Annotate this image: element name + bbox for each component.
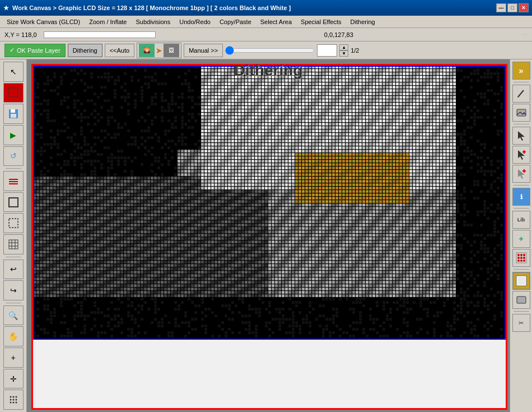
svg-point-37 [523,254,525,256]
right-image-tool[interactable] [512,104,530,122]
image2-icon [516,294,527,305]
save-icon [8,108,19,119]
redo-button[interactable]: ↪ [3,280,24,300]
menu-subdivisions[interactable]: Subdivisions [131,17,175,26]
svg-rect-7 [9,198,18,207]
cursor2-icon [516,149,527,160]
svg-point-22 [15,402,17,404]
refresh-button[interactable]: ↺ [3,146,24,166]
rt-separator6 [514,311,529,312]
status-drag: ⋯ [522,31,528,38]
svg-rect-5 [9,181,18,182]
menu-zoom-inflate[interactable]: Zoom / Inflate [85,17,131,26]
svg-rect-2 [11,109,15,113]
cursor-icon [516,130,527,141]
svg-point-39 [520,257,522,259]
svg-point-36 [520,254,522,256]
lib-add-button[interactable]: + [512,230,530,248]
hand-tool-button[interactable]: ✋ [3,326,24,346]
pencil-tool-button[interactable] [512,85,530,103]
svg-rect-13 [9,240,18,249]
active-canvas-button[interactable] [512,272,530,290]
canvas-bottom-area [33,340,506,408]
menu-size-work-canvas[interactable]: Size Work Canvas (GLCD) [2,17,85,26]
color-tool-button[interactable] [3,83,24,103]
cut-icon [8,175,19,187]
svg-line-23 [518,90,524,97]
image-from-icon: 🌄 [139,44,155,57]
title-bar: ★ Work Canvas > Graphic LCD Size = 128 x… [0,0,532,16]
info-button[interactable]: ℹ [512,188,530,206]
threshold-slider[interactable] [225,46,315,55]
menu-bar: Size Work Canvas (GLCD) Zoom / Inflate S… [0,16,532,28]
threshold-value[interactable]: 0 [317,44,337,57]
minimize-button[interactable]: — [496,3,506,12]
canvas-area[interactable]: Dithering [27,59,510,412]
rect-select-icon [8,197,19,208]
arrow2-tool-button[interactable] [512,146,530,164]
select-tool-button[interactable]: ↖ [3,62,24,82]
play-button[interactable]: ▶ [3,125,24,145]
arrow-right-icon: ➤ [156,46,162,55]
menu-undo-redo[interactable]: Undo/Redo [175,17,215,26]
arrow-tool-button[interactable] [512,127,530,145]
undo-button[interactable]: ↩ [3,260,24,280]
maximize-button[interactable]: □ [507,3,517,12]
left-toolbar: ↖ ▶ ↺ ↩ ↪ � [0,59,27,412]
status-bar: X,Y = 118,0 0,0,127,83 ⋯ [0,28,532,41]
svg-point-18 [12,399,14,401]
rt-separator3 [514,185,529,186]
menu-special-effects[interactable]: Special Effects [296,17,346,26]
zoom-button[interactable]: 🔍 [3,305,24,326]
menu-select-area[interactable]: Select Area [256,17,296,26]
title-bar-controls: — □ ✕ [496,3,529,12]
cross-button[interactable]: ✛ [3,369,24,389]
scissors-button[interactable]: ✂ [512,314,530,332]
next-frames-button[interactable]: » [512,62,530,80]
svg-point-41 [517,260,520,262]
ok-paste-layer-button[interactable]: ✓ OK Paste Layer [4,44,66,57]
value-down-button[interactable]: ▼ [339,50,348,57]
close-button[interactable]: ✕ [519,3,529,12]
svg-rect-3 [11,114,16,118]
svg-rect-45 [517,277,525,285]
menu-dithering[interactable]: Dithering [346,17,380,26]
save-button[interactable] [3,104,24,124]
svg-point-15 [12,396,14,398]
separator1 [6,168,21,169]
cursor3-icon [516,168,527,179]
manual-button[interactable]: Manual >> [184,44,223,57]
svg-point-42 [520,260,522,262]
svg-rect-8 [9,219,18,228]
arrow3-tool-button[interactable] [512,165,530,183]
svg-rect-0 [9,88,18,97]
auto-button[interactable]: <<Auto [105,44,134,57]
title-bar-left: ★ Work Canvas > Graphic LCD Size = 128 x… [3,4,291,12]
ok-icon: ✓ [10,47,15,54]
svg-point-14 [10,396,11,398]
right-toolbar: » ℹ Lib + [510,59,532,412]
dot-grid-button[interactable] [3,390,24,410]
right-image2-button[interactable] [512,291,530,309]
pixel-canvas[interactable] [33,66,506,340]
grid-button[interactable] [3,234,24,254]
color-icon [8,87,19,98]
separator3 [6,303,21,303]
canvas-inner [33,66,506,340]
pencil-icon [516,88,527,99]
svg-rect-46 [517,297,526,303]
rect-tool-button[interactable] [3,213,24,233]
cut-tool-button[interactable] [3,171,24,191]
svg-point-17 [10,399,11,401]
rt-separator2 [514,124,529,124]
pattern-icon [516,252,527,263]
dithering-button[interactable]: Dithering [68,44,102,57]
plus-button[interactable]: + [3,348,24,368]
pattern-button[interactable] [512,249,530,267]
menu-copy-paste[interactable]: Copy/Paste [215,17,256,26]
svg-point-21 [12,402,14,404]
rect-select-button[interactable] [3,192,24,212]
lib-button[interactable]: Lib [512,211,530,229]
svg-point-20 [10,402,11,404]
value-up-button[interactable]: ▲ [339,44,348,50]
